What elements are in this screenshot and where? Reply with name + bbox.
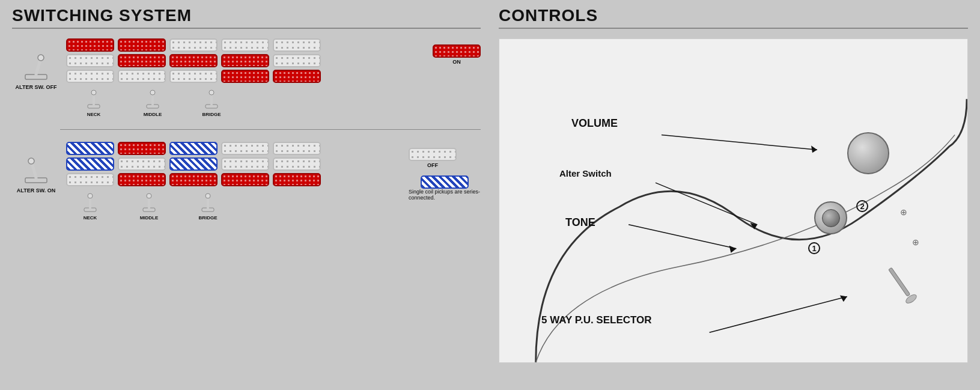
pickup-row-off-1 [66,38,422,52]
bridge-label-on: BRIDGE [198,215,217,221]
pickup-row-off-2 [66,54,422,67]
svg-point-11 [209,90,214,95]
pickup-cell [169,70,218,83]
pickup-cell [221,70,269,83]
switch-row-on: NECK MIDDLE [66,191,398,221]
pickup-cell [169,157,218,171]
pickup-cell [221,142,269,155]
switch-bridge-icon [202,88,221,111]
pickup-cell [66,54,114,67]
svg-point-2 [38,55,44,61]
pickup-cell [221,54,269,67]
switch-bridge-off: BRIDGE [187,88,236,117]
pickup-cell [118,173,166,186]
selector-label: 5 WAY P.U. SELECTOR [541,314,652,326]
neck-label-on: NECK [84,215,97,221]
pickup-cell [169,142,218,155]
block-separator [60,129,481,130]
tone-knob [814,201,847,234]
pickup-cell [273,38,321,52]
volume-knob [847,132,889,174]
num-label-2: 2 [856,200,868,212]
switch-neck-on-icon [81,191,99,214]
pickup-cell [66,38,114,52]
switch-middle-icon [144,88,162,111]
off-label: OFF [427,162,438,168]
pickup-cell [273,70,321,83]
switching-system: ALTER SW. OFF [12,38,481,221]
alter-sw-on-text: ALTER SW. ON [17,187,55,193]
pickup-cell [66,157,114,171]
svg-point-8 [150,90,155,95]
pickup-cell [169,38,218,52]
switch-neck-off: NECK [70,88,118,117]
tone-label: TONE [565,216,595,229]
legend-on: ON [433,44,481,65]
screw-2: ⊕ [912,237,919,247]
switch-neck-icon [85,88,103,111]
legend-col-off: ON [428,38,481,65]
pickup-cell [66,142,114,155]
alter-sw-off-label: ALTER SW. OFF [12,38,60,90]
svg-point-20 [147,193,151,198]
pickup-cell [118,157,166,171]
left-panel: SWITCHING SYSTEM ALTER SW. OFF [0,0,493,390]
alter-sw-off-icon [23,50,49,83]
right-divider [499,28,968,29]
pickup-grid-off: NECK MIDDLE [66,38,422,117]
legend-col-on: OFF Single coil pickups are series-conne… [404,142,481,201]
alter-sw-on-label: ALTER SW. ON [12,142,60,193]
switch-neck-on: NECK [66,191,114,221]
middle-label: MIDDLE [144,112,162,117]
pickup-cell [118,54,166,67]
num-label-1: 1 [808,242,820,254]
pickup-cell [118,70,166,83]
pickup-cell [221,157,269,171]
right-panel: CONTROLS VOLUME Alter Switch TO [493,0,980,390]
pickup-cell [66,173,114,186]
pickup-cell [169,54,218,67]
controls-diagram: VOLUME Alter Switch TONE 5 WAY P.U. SELE… [499,38,968,363]
pickup-cell [273,157,321,171]
pickup-row-off-3 [66,70,422,83]
switch-bridge-on-icon [199,191,217,214]
switch-middle-on-icon [140,191,158,214]
pickup-cell [169,173,218,186]
svg-point-14 [28,158,34,164]
series-note: Single coil pickups are series-connected… [409,189,481,201]
svg-point-5 [91,90,96,95]
on-label: ON [452,59,461,65]
alter-sw-on-icon [23,154,49,186]
pickup-cell [221,38,269,52]
pickup-cell [66,70,114,83]
switch-middle-off: MIDDLE [129,88,177,117]
middle-label-on: MIDDLE [140,215,159,221]
pickup-grid-on: NECK MIDDLE [66,142,398,221]
alter-sw-on-block: ALTER SW. ON [12,142,481,221]
switching-system-title: SWITCHING SYSTEM [12,6,481,25]
switch-middle-on: MIDDLE [125,191,173,221]
legend-off: OFF [409,148,457,168]
pickup-cell [273,142,321,155]
legend-blue: Single coil pickups are series-connected… [409,175,481,201]
pickup-cell [118,142,166,155]
alter-sw-off-block: ALTER SW. OFF [12,38,481,117]
pickup-cell [273,54,321,67]
pickup-row-on-1 [66,142,398,155]
left-divider [12,28,481,29]
pickup-cell [273,173,321,186]
bridge-label: BRIDGE [202,112,221,117]
switch-bridge-on: BRIDGE [184,191,232,221]
controls-title: CONTROLS [499,6,968,25]
pickup-cell [118,38,166,52]
svg-point-23 [205,193,210,198]
pickup-row-on-3 [66,173,398,186]
legend-box-on [433,44,481,58]
legend-box-off [409,148,457,161]
neck-label: NECK [87,112,101,117]
volume-label: VOLUME [571,117,618,130]
tone-knob-inner [822,209,840,227]
pickup-row-on-2 [66,157,398,171]
switch-row-off: NECK MIDDLE [66,88,422,117]
alter-sw-off-text: ALTER SW. OFF [16,84,57,90]
